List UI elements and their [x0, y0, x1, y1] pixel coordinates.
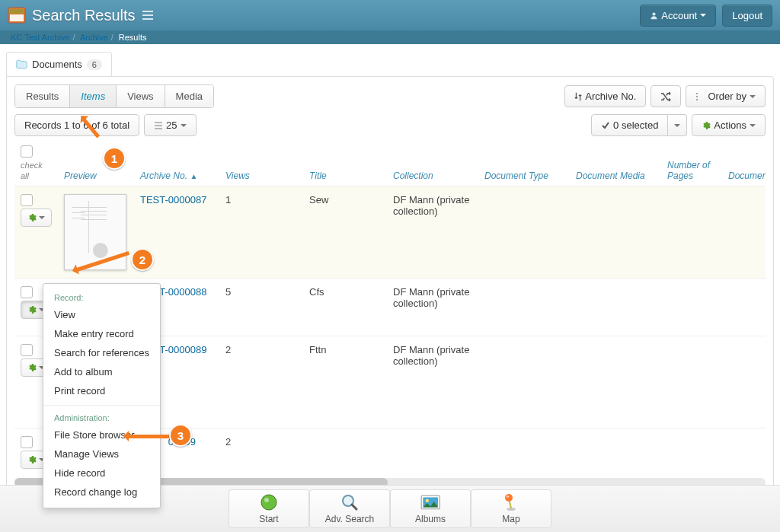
arrow-3 — [126, 435, 170, 438]
menu-header-record: Record: — [43, 290, 160, 305]
row-actions-button[interactable] — [21, 209, 52, 227]
menu-hide-record[interactable]: Hide record — [43, 464, 160, 483]
col-views[interactable]: Views — [219, 141, 303, 186]
svg-point-6 — [696, 99, 698, 100]
footer-adv-search[interactable]: Adv. Search — [309, 489, 390, 528]
callout-2: 2 — [131, 248, 154, 271]
menu-change-log[interactable]: Record change log — [43, 483, 160, 502]
view-tabs: Results Items Views Media — [14, 84, 214, 108]
menu-print[interactable]: Print record — [43, 381, 160, 400]
footer-map[interactable]: Map — [471, 489, 551, 528]
tab-media[interactable]: Media — [165, 85, 213, 107]
row-checkbox[interactable] — [21, 286, 33, 298]
user-icon — [650, 11, 658, 20]
footer-start[interactable]: Start — [229, 489, 309, 528]
cell-collection: DF Mann (private collection) — [387, 279, 478, 336]
page-title: Search Results — [32, 7, 136, 24]
account-button[interactable]: Account — [640, 5, 716, 27]
gear-icon — [27, 455, 37, 464]
breadcrumb-archive[interactable]: Archive — [80, 33, 108, 42]
row-actions-menu: Record: View Make entry record Search fo… — [43, 283, 161, 508]
callout-1: 1 — [103, 147, 126, 170]
check-all-label: check all — [21, 161, 43, 180]
svg-point-13 — [425, 499, 428, 502]
check-all-box[interactable] — [21, 145, 33, 158]
menu-make-entry[interactable]: Make entry record — [43, 324, 160, 343]
menu-search-refs[interactable]: Search for references — [43, 343, 160, 362]
sort-icon — [574, 92, 582, 101]
list-icon — [154, 122, 163, 129]
footer-albums[interactable]: Albums — [390, 489, 471, 528]
tab-results[interactable]: Results — [15, 85, 70, 107]
pagesize-value: 25 — [166, 119, 177, 131]
col-title[interactable]: Title — [303, 141, 387, 186]
caret-down-icon — [750, 95, 756, 98]
breadcrumb: KC Test Archive/ Archive/ Results — [0, 30, 780, 44]
svg-rect-2 — [10, 9, 24, 14]
check-icon — [601, 121, 610, 130]
menu-add-album[interactable]: Add to album — [43, 362, 160, 381]
row-checkbox[interactable] — [21, 344, 33, 356]
search-icon — [340, 493, 359, 511]
list-icon — [695, 92, 705, 101]
cell-views: 2 — [219, 336, 303, 428]
sort-field-label: Archive No. — [585, 91, 636, 102]
tab-documents-label: Documents — [32, 59, 82, 70]
documents-icon — [16, 59, 27, 69]
tab-items[interactable]: Items — [70, 85, 117, 107]
menu-header-admin: Administration: — [43, 410, 160, 425]
col-doc-media[interactable]: Document Media — [570, 141, 661, 186]
col-doc-type[interactable]: Document Type — [478, 141, 570, 186]
selected-dropdown[interactable] — [668, 114, 687, 136]
map-pin-icon — [502, 493, 520, 511]
tab-views[interactable]: Views — [117, 85, 165, 107]
cell-views: 2 — [219, 428, 303, 477]
gear-icon — [27, 363, 37, 372]
actions-label: Actions — [714, 119, 746, 131]
cell-views: 5 — [219, 279, 303, 336]
row-checkbox[interactable] — [21, 436, 33, 448]
cell-title: Cfs — [303, 279, 387, 336]
row-checkbox[interactable] — [21, 194, 33, 206]
caret-down-icon — [39, 216, 45, 219]
menu-manage-views[interactable]: Manage Views — [43, 444, 160, 464]
shuffle-icon — [660, 92, 671, 101]
order-by-button[interactable]: Order by — [686, 85, 766, 107]
col-dimen[interactable]: Document Dimen — [722, 141, 766, 186]
hamburger-icon[interactable] — [142, 10, 154, 21]
caret-down-icon — [181, 124, 187, 127]
selected-button[interactable]: 0 selected — [591, 114, 668, 136]
cell-collection: DF Mann (private collection) — [387, 336, 478, 428]
svg-point-4 — [696, 93, 698, 94]
col-collection[interactable]: Collection — [387, 141, 478, 186]
svg-point-5 — [696, 96, 698, 97]
cell-title: Sew — [303, 186, 387, 279]
documents-count: 6 — [87, 59, 102, 70]
callout-3: 3 — [169, 424, 192, 447]
shuffle-button[interactable] — [651, 85, 681, 107]
selected-label: 0 selected — [613, 119, 658, 131]
caret-down-icon — [750, 124, 756, 127]
logout-button[interactable]: Logout — [722, 5, 772, 27]
app-logo-icon — [8, 7, 26, 24]
menu-view[interactable]: View — [43, 305, 160, 324]
col-pages[interactable]: Number of Pages — [661, 141, 722, 186]
order-by-label: Order by — [708, 91, 746, 102]
albums-icon — [420, 493, 441, 511]
col-archive-no[interactable]: Archive No. ▲ — [134, 141, 219, 186]
actions-button[interactable]: Actions — [692, 114, 766, 136]
table-row: TEST-0000087 1 Sew DF Mann (private coll… — [14, 186, 766, 279]
svg-rect-1 — [10, 14, 24, 21]
svg-point-15 — [505, 494, 513, 502]
breadcrumb-root[interactable]: KC Test Archive — [11, 33, 69, 42]
cell-collection: DF Mann (private collection) — [387, 186, 478, 279]
tab-documents[interactable]: Documents 6 — [6, 52, 112, 76]
cell-views: 1 — [219, 186, 303, 279]
cell-title: Fttn — [303, 336, 387, 428]
sort-field-button[interactable]: Archive No. — [564, 85, 646, 107]
gear-icon — [702, 121, 711, 130]
pagesize-button[interactable]: 25 — [144, 114, 196, 136]
breadcrumb-current: Results — [119, 33, 147, 42]
account-label: Account — [661, 10, 697, 21]
archive-no-link[interactable]: TEST-0000087 — [140, 194, 206, 205]
